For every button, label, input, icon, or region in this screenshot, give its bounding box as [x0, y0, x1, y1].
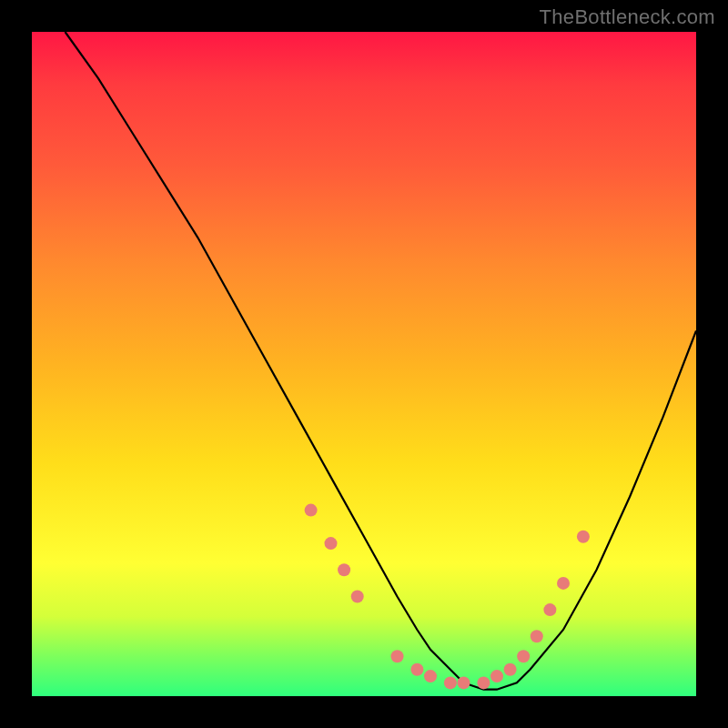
data-point	[543, 603, 556, 616]
data-point	[391, 650, 404, 662]
data-point	[577, 531, 590, 543]
chart-svg	[32, 32, 696, 696]
data-point	[424, 670, 437, 682]
marker-layer	[305, 504, 590, 690]
data-point	[444, 676, 457, 689]
data-point	[325, 537, 338, 550]
data-point	[305, 504, 318, 517]
data-point	[477, 676, 490, 689]
attribution-text: TheBottleneck.com	[540, 5, 715, 29]
data-point	[410, 663, 423, 676]
data-point	[504, 663, 517, 676]
data-point	[517, 650, 530, 662]
data-point	[338, 563, 350, 576]
bottleneck-curve	[66, 32, 697, 690]
chart-frame: TheBottleneck.com	[0, 0, 728, 728]
data-point	[351, 591, 364, 603]
plot-area	[32, 32, 696, 696]
data-point	[531, 630, 543, 642]
data-point	[557, 577, 570, 590]
data-point	[458, 676, 470, 689]
data-point	[490, 670, 503, 682]
curve-layer	[66, 32, 697, 690]
